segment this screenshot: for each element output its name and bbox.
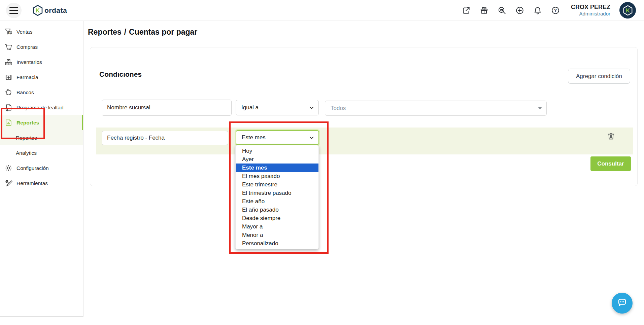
date-field-input[interactable] (102, 131, 228, 145)
medical-case-icon (4, 73, 13, 81)
piggy-bank-icon (4, 88, 13, 97)
consult-button[interactable]: Consultar (590, 156, 631, 171)
dropdown-option-este-mes[interactable]: Este mes (236, 164, 318, 172)
conditions-panel: Condiciones Agregar condición Igual a To… (90, 47, 638, 186)
sidebar-item-inventarios[interactable]: Inventarios (0, 55, 83, 70)
sidebar-item-label: Reportes (16, 120, 39, 126)
dropdown-option-este-ano[interactable]: Este año (236, 197, 318, 206)
sidebar-item-programa-de-lealtad[interactable]: Programa de lealtad (0, 100, 83, 115)
date-range-selected-value: Este mes (242, 134, 266, 141)
dropdown-option-hoy[interactable]: Hoy (236, 147, 318, 155)
sales-funnel-icon: $ (4, 28, 13, 36)
help-icon[interactable]: ? (551, 6, 560, 15)
menu-toggle-button[interactable] (6, 3, 22, 18)
dropdown-option-este-trimestre[interactable]: Este trimestre (236, 180, 318, 189)
breadcrumb: Reportes/Cuentas por pagar (88, 28, 197, 37)
chat-bubble-icon (616, 297, 628, 309)
sidebar-item-configuracion[interactable]: Configuración (0, 160, 83, 176)
kordata-logo: K ordata (32, 4, 67, 16)
svg-text:$: $ (10, 31, 11, 34)
dropdown-option-ayer[interactable]: Ayer (236, 155, 318, 164)
sidebar-item-label: Configuración (16, 165, 49, 171)
trash-icon (607, 132, 615, 140)
condition-operator-select[interactable]: Igual a (236, 100, 319, 115)
page-title: Cuentas por pagar (129, 28, 197, 36)
breadcrumb-separator: / (124, 28, 126, 36)
sidebar-item-herramientas[interactable]: Herramientas (0, 176, 83, 191)
sidebar-item-compras[interactable]: Compras (0, 39, 83, 55)
external-link-icon[interactable] (462, 6, 471, 15)
boxes-icon (4, 58, 13, 66)
sidebar-item-label: Farmacia (16, 74, 38, 80)
dropdown-option-desde-siempre[interactable]: Desde siempre (236, 214, 318, 222)
user-role: Administrador (571, 11, 610, 17)
logo-hexagon-icon: K (32, 4, 44, 16)
caret-down-icon (538, 107, 542, 109)
dropdown-option-personalizado[interactable]: Personalizado (236, 239, 318, 248)
sidebar-item-label: Programa de lealtad (16, 105, 64, 111)
logo-text: ordata (44, 6, 67, 14)
sidebar-item-label: Herramientas (16, 180, 48, 186)
gear-icon (4, 164, 13, 172)
search-order-icon[interactable] (498, 6, 506, 15)
panel-title: Condiciones (99, 70, 142, 78)
delete-condition-button[interactable] (607, 131, 617, 141)
add-circle-icon[interactable] (515, 6, 524, 15)
date-range-select[interactable]: Este mes (236, 130, 319, 145)
sidebar-item-label: Inventarios (16, 59, 42, 65)
dropdown-option-mayor-a[interactable]: Mayor a (236, 222, 318, 231)
add-condition-button[interactable]: Agregar condición (568, 69, 630, 84)
date-range-dropdown: Hoy Ayer Este mes El mes pasado Este tri… (235, 145, 319, 249)
report-document-icon (4, 118, 13, 127)
sidebar-item-label: Ventas (16, 29, 32, 35)
condition-field-input[interactable] (102, 100, 232, 116)
sidebar-item-farmacia[interactable]: Farmacia (0, 70, 83, 85)
value-selected-placeholder: Todos (331, 105, 346, 112)
sidebar-item-reportes[interactable]: Reportes (0, 115, 83, 130)
svg-text:K: K (36, 7, 40, 14)
sidebar-item-ventas[interactable]: $ Ventas (0, 24, 83, 39)
chevron-down-icon (309, 105, 314, 110)
avatar-hexagon-icon: K (622, 5, 634, 16)
condition-value-select[interactable]: Todos (325, 101, 547, 116)
sidebar-item-label: Analytics (16, 150, 37, 156)
sidebar-item-label: Reportes (16, 135, 37, 141)
sidebar: $ Ventas Compras Inventarios Farmacia Ba… (0, 21, 83, 317)
shopping-cart-icon (4, 43, 13, 51)
notifications-bell-icon[interactable] (533, 6, 542, 15)
dropdown-option-el-mes-pasado[interactable]: El mes pasado (236, 172, 318, 180)
loyalty-document-icon (4, 103, 13, 112)
gift-icon[interactable] (480, 6, 488, 15)
tools-icon (4, 179, 13, 187)
svg-text:K: K (626, 7, 630, 13)
dropdown-option-el-ano-pasado[interactable]: El año pasado (236, 206, 318, 214)
sidebar-subitem-analytics[interactable]: Analytics (0, 145, 83, 160)
dropdown-option-menor-a[interactable]: Menor a (236, 231, 318, 239)
sidebar-item-label: Compras (16, 44, 38, 50)
sidebar-subitem-reportes[interactable]: Reportes (0, 130, 83, 145)
user-name: CROX PEREZ (571, 3, 610, 11)
operator-selected-value: Igual a (241, 104, 259, 111)
svg-text:?: ? (554, 8, 557, 13)
avatar[interactable]: K (619, 2, 636, 19)
chat-support-button[interactable] (612, 293, 633, 314)
chevron-down-icon (309, 135, 314, 140)
breadcrumb-section[interactable]: Reportes (88, 28, 122, 36)
dropdown-option-el-trimestre-pasado[interactable]: El trimestre pasado (236, 189, 318, 197)
top-bar: K ordata ? CROX PEREZ Administrador (0, 0, 644, 21)
user-menu[interactable]: CROX PEREZ Administrador (571, 3, 610, 17)
sidebar-item-label: Bancos (16, 89, 34, 96)
sidebar-item-bancos[interactable]: Bancos (0, 85, 83, 100)
